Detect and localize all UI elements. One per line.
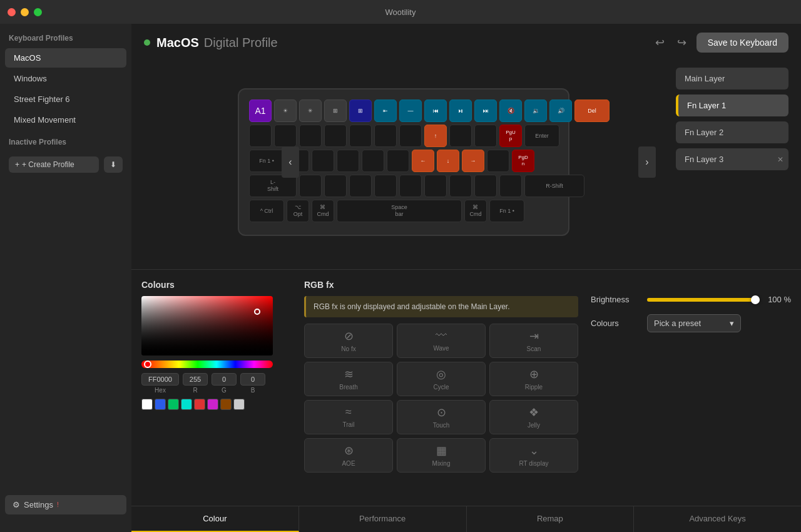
tab-remap[interactable]: Remap <box>467 506 635 532</box>
hex-input-group: Hex <box>141 373 179 394</box>
fx-aoe[interactable]: ⊛ AOE <box>304 438 393 473</box>
key-down[interactable]: ↓ <box>437 150 459 172</box>
swatch-purple[interactable] <box>207 399 218 410</box>
key-r4-10 <box>499 175 522 197</box>
redo-button[interactable]: ↪ <box>675 33 689 52</box>
window-title: Wootility <box>385 8 416 17</box>
rt-display-label: RT display <box>519 460 549 467</box>
undo-button[interactable]: ↩ <box>653 33 667 52</box>
fx-wave[interactable]: 〰 Wave <box>397 324 486 358</box>
key-playpause[interactable]: ⏯ <box>449 100 472 122</box>
fx-breath[interactable]: ≋ Breath <box>304 362 393 396</box>
fx-cycle[interactable]: ◎ Cycle <box>397 362 486 396</box>
nav-arrow-left[interactable]: ‹ <box>282 146 299 178</box>
key-r4-2 <box>299 175 322 197</box>
fx-rt-display[interactable]: ⌄ RT display <box>489 438 578 473</box>
key-a1[interactable]: A1 <box>249 100 272 122</box>
key-left[interactable]: ← <box>412 150 434 172</box>
fx-ripple[interactable]: ⊕ Ripple <box>489 362 578 396</box>
preset-select-button[interactable]: Pick a preset ▾ <box>647 314 741 332</box>
hue-slider[interactable] <box>141 361 273 368</box>
fx-touch[interactable]: ⊙ Touch <box>397 400 486 434</box>
maximize-button[interactable] <box>34 8 42 16</box>
b-input[interactable] <box>240 373 265 386</box>
tab-performance[interactable]: Performance <box>299 506 467 532</box>
fx-jelly[interactable]: ❖ Jelly <box>489 400 578 434</box>
key-enter[interactable]: Enter <box>524 125 559 147</box>
swatch-red[interactable] <box>194 399 205 410</box>
nav-arrow-right[interactable]: › <box>638 146 656 178</box>
key-opt[interactable]: ⌥Opt <box>287 200 309 222</box>
hex-label: Hex <box>141 387 179 394</box>
save-to-keyboard-button[interactable]: Save to Keyboard <box>696 33 788 53</box>
key-mute[interactable]: 🔇 <box>499 100 522 122</box>
bottom-content: Colours Hex R <box>131 270 801 506</box>
key-fn1-right[interactable]: Fn 1 • <box>489 200 524 222</box>
g-label: G <box>212 387 237 394</box>
brightness-row: Brightness 100 % <box>591 295 791 304</box>
settings-button[interactable]: ⚙ Settings ! <box>5 495 126 514</box>
key-next[interactable]: ⏭ <box>474 100 497 122</box>
tab-bar: Colour Performance Remap Advanced Keys <box>131 506 801 532</box>
key-ctrl[interactable]: ^ Ctrl <box>249 200 284 222</box>
key-fn-icon1[interactable]: ☀ <box>274 100 297 122</box>
color-picker-handle[interactable] <box>254 309 260 315</box>
fn-layer-3-close[interactable]: ✕ <box>777 155 783 164</box>
fn-layer-3-button[interactable]: Fn Layer 3 ✕ <box>676 148 788 170</box>
sidebar: Keyboard Profiles MacOS Windows Street F… <box>0 24 131 532</box>
import-button[interactable]: ⬇ <box>104 156 123 173</box>
tab-colour[interactable]: Colour <box>131 506 299 532</box>
key-vol-down[interactable]: 🔉 <box>524 100 547 122</box>
color-picker-canvas[interactable] <box>141 296 273 356</box>
swatch-gray[interactable] <box>233 399 245 410</box>
key-right[interactable]: → <box>462 150 484 172</box>
fx-mixing[interactable]: ▦ Mixing <box>397 438 486 473</box>
g-input-group: G <box>212 373 237 394</box>
g-input[interactable] <box>212 373 237 386</box>
tab-advanced-keys[interactable]: Advanced Keys <box>634 506 801 532</box>
swatch-green[interactable] <box>168 399 179 410</box>
app-body: Keyboard Profiles MacOS Windows Street F… <box>0 24 801 532</box>
key-fn1-left[interactable]: Fn 1 • <box>249 150 284 172</box>
close-button[interactable] <box>8 8 16 16</box>
swatch-blue[interactable] <box>155 399 166 410</box>
key-cmd-right[interactable]: ⌘Cmd <box>464 200 487 222</box>
settings-badge: ! <box>57 501 59 508</box>
key-fn-icon5[interactable]: — <box>399 100 422 122</box>
fx-scan[interactable]: ⇥ Scan <box>489 324 578 358</box>
key-up[interactable]: ↑ <box>424 125 447 147</box>
sidebar-item-macos[interactable]: MacOS <box>5 48 126 68</box>
key-r3-6 <box>387 150 409 172</box>
key-spacebar[interactable]: Spacebar <box>337 200 462 222</box>
minimize-button[interactable] <box>21 8 29 16</box>
swatch-white[interactable] <box>141 399 153 410</box>
create-profile-button[interactable]: + + Create Profile <box>9 156 99 173</box>
swatch-teal[interactable] <box>181 399 192 410</box>
brightness-slider[interactable] <box>647 298 760 302</box>
key-prev[interactable]: ⏮ <box>424 100 447 122</box>
key-rshift[interactable]: R-Shift <box>524 175 584 197</box>
key-del[interactable]: Del <box>574 100 610 122</box>
key-vol-up[interactable]: 🔊 <box>549 100 572 122</box>
key-row-1: A1 ☀ ✳ ⊞ ⊞ ⇤ — ⏮ ⏯ ⏭ 🔇 🔉 🔊 Del <box>249 100 558 122</box>
fx-no-fx[interactable]: ⊘ No fx <box>304 324 393 358</box>
key-fn-icon2[interactable]: ✳ <box>299 100 322 122</box>
key-cmd-left[interactable]: ⌘Cmd <box>312 200 334 222</box>
key-pgdn[interactable]: PgDn <box>512 150 534 172</box>
swatch-brown[interactable] <box>220 399 232 410</box>
fn-layer-1-button[interactable]: Fn Layer 1 <box>676 95 788 116</box>
key-fn-icon3[interactable]: ⊞ <box>324 100 347 122</box>
key-lshift[interactable]: L-Shift <box>249 175 297 197</box>
key-rewind[interactable]: ⇤ <box>374 100 397 122</box>
sidebar-item-mixedmovement[interactable]: Mixed Movement <box>5 110 126 130</box>
sidebar-item-streetfighter[interactable]: Street Fighter 6 <box>5 90 126 109</box>
key-fn-icon4[interactable]: ⊞ <box>349 100 372 122</box>
key-pgup[interactable]: PgUp <box>499 125 522 147</box>
fn-layer-2-button[interactable]: Fn Layer 2 <box>676 121 788 143</box>
r-input[interactable] <box>183 373 208 386</box>
key-empty6 <box>374 125 397 147</box>
sidebar-item-windows[interactable]: Windows <box>5 69 126 88</box>
hex-input[interactable] <box>141 373 179 386</box>
main-layer-button[interactable]: Main Layer <box>676 68 788 90</box>
fx-trail[interactable]: ≈ Trail <box>304 400 393 434</box>
